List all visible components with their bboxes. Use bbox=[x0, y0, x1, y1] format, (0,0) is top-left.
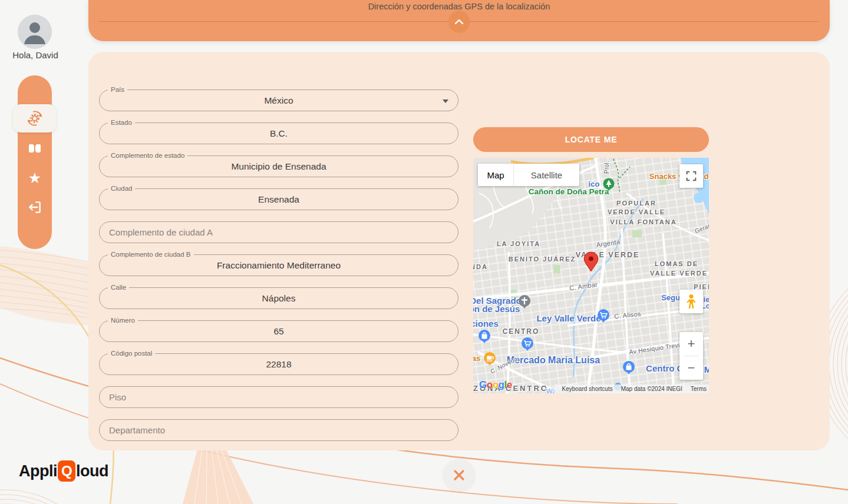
map-label: Ley Valle Verde bbox=[536, 313, 600, 323]
map-label: ciones bbox=[473, 319, 499, 329]
keyboard-shortcuts-link[interactable]: Keyboard shortcuts bbox=[562, 386, 613, 392]
sidebar-item-logout[interactable] bbox=[18, 195, 52, 220]
greeting-text: Hola, David bbox=[0, 50, 71, 60]
zoom-control: + − bbox=[679, 332, 703, 380]
field-value: Fraccionamiento Mediterraneo bbox=[100, 255, 458, 276]
collapse-button[interactable] bbox=[448, 11, 470, 33]
map-attribution: Keyboard shortcuts Map data ©2024 INEGI … bbox=[555, 384, 709, 393]
map-label: Cañon de Doña Petra bbox=[529, 187, 609, 196]
map-type-control: Map Satellite bbox=[478, 164, 579, 186]
map-label: ico bbox=[589, 180, 600, 188]
section-title: Dirección y coordenadas GPS de la locali… bbox=[88, 2, 830, 11]
sidebar bbox=[18, 75, 52, 249]
city-complement-a-field[interactable]: Complemento de ciudad A bbox=[99, 221, 458, 243]
map-label: ón de Jesús bbox=[473, 304, 520, 314]
sidebar-item-settings-sync[interactable] bbox=[18, 106, 52, 131]
chevron-up-icon bbox=[454, 19, 464, 25]
map-label: BENITO JUÁREZ bbox=[509, 256, 576, 263]
satellite-view-button[interactable]: Satellite bbox=[513, 164, 579, 186]
sidebar-item-tickets[interactable] bbox=[18, 136, 52, 161]
shopping-pin-icon[interactable] bbox=[477, 329, 491, 347]
map-view-button[interactable]: Map bbox=[478, 164, 513, 186]
sidebar-item-favorites[interactable]: ★ bbox=[18, 165, 52, 190]
map-label: NDA bbox=[473, 263, 488, 270]
google-logo[interactable]: Google bbox=[479, 379, 512, 391]
cafe-pin-icon[interactable] bbox=[483, 352, 497, 369]
field-value: Nápoles bbox=[100, 288, 458, 309]
terms-link[interactable]: Terms bbox=[691, 386, 707, 392]
person-icon bbox=[18, 15, 52, 49]
map-label: Mercado Maria Luisa bbox=[507, 355, 600, 366]
logout-icon bbox=[27, 200, 42, 215]
map-label: CENTRO bbox=[503, 327, 540, 336]
brand-logo: Appli Q loud bbox=[19, 460, 108, 482]
city-complement-b-field[interactable]: Complemento de ciudad B Fraccionamiento … bbox=[99, 254, 458, 276]
zoom-out-button[interactable]: − bbox=[679, 356, 703, 380]
church-pin-icon[interactable] bbox=[517, 294, 532, 312]
city-field[interactable]: Ciudad Ensenada bbox=[99, 188, 458, 210]
avatar[interactable] bbox=[18, 15, 52, 49]
map-label: VILLA FONTANA bbox=[610, 218, 677, 226]
state-field[interactable]: Estado B.C. bbox=[99, 122, 458, 144]
close-button[interactable] bbox=[443, 459, 476, 492]
map-label: M bbox=[704, 364, 709, 374]
ticket-icon bbox=[27, 141, 42, 155]
brand-text: loud bbox=[76, 462, 108, 480]
field-value: México bbox=[100, 90, 458, 111]
map-label: LOMAS DE bbox=[655, 260, 698, 267]
brand-q-mark: Q bbox=[58, 460, 75, 482]
map-label: Prol. bbox=[603, 161, 610, 174]
field-value: Municipio de Ensenada bbox=[100, 156, 458, 177]
collapsible-section-header: Dirección y coordenadas GPS de la locali… bbox=[88, 0, 830, 41]
store-pin-icon[interactable] bbox=[596, 309, 611, 326]
fullscreen-icon bbox=[685, 170, 698, 183]
field-value: 65 bbox=[100, 321, 458, 341]
field-placeholder: Complemento de ciudad A bbox=[100, 222, 458, 243]
map-data-text: Map data ©2024 INEGI bbox=[621, 386, 682, 392]
pegman-icon bbox=[685, 294, 698, 309]
settings-sync-icon bbox=[26, 110, 44, 127]
star-icon: ★ bbox=[28, 171, 41, 185]
brand-text: Appli bbox=[19, 462, 57, 480]
field-value: 22818 bbox=[100, 354, 458, 374]
map-label: POPULAR bbox=[616, 200, 656, 207]
number-field[interactable]: Número 65 bbox=[99, 320, 458, 342]
map-label: VALLE VERDE bbox=[650, 270, 708, 277]
field-value: B.C. bbox=[100, 123, 458, 144]
field-placeholder: Departamento bbox=[100, 420, 458, 440]
google-map[interactable]: POPULAR VERDE VALLE VILLA FONTANA Gerar … bbox=[473, 158, 709, 393]
apartment-field[interactable]: Departamento bbox=[99, 419, 458, 441]
field-placeholder: Piso bbox=[100, 387, 458, 407]
shopping-pin-icon[interactable] bbox=[622, 360, 636, 378]
field-value: Ensenada bbox=[100, 189, 458, 210]
map-label: as bbox=[473, 354, 480, 363]
state-complement-field[interactable]: Complemento de estado Municipio de Ensen… bbox=[99, 155, 458, 177]
locate-me-button[interactable]: LOCATE ME bbox=[473, 127, 709, 152]
chevron-down-icon bbox=[443, 100, 448, 103]
map-label: VERDE VALLE bbox=[608, 208, 665, 215]
street-field[interactable]: Calle Nápoles bbox=[99, 287, 458, 309]
close-icon bbox=[452, 468, 466, 482]
location-marker-icon[interactable] bbox=[582, 251, 600, 276]
map-label: LA JOYITA bbox=[497, 240, 540, 247]
map-label: Snacks y bbox=[649, 172, 682, 181]
floor-field[interactable]: Piso bbox=[99, 386, 458, 408]
zoom-in-button[interactable]: + bbox=[679, 332, 703, 356]
pegman-control[interactable] bbox=[679, 290, 703, 313]
store-pin-icon[interactable] bbox=[520, 337, 534, 354]
address-form-panel: País México Estado B.C. Complemento de e… bbox=[88, 52, 830, 450]
fullscreen-button[interactable] bbox=[679, 164, 703, 188]
country-select[interactable]: País México bbox=[99, 89, 458, 111]
map-label: de bbox=[704, 172, 709, 181]
postal-code-field[interactable]: Código postal 22818 bbox=[99, 353, 458, 375]
park-pin-icon[interactable] bbox=[602, 178, 615, 194]
